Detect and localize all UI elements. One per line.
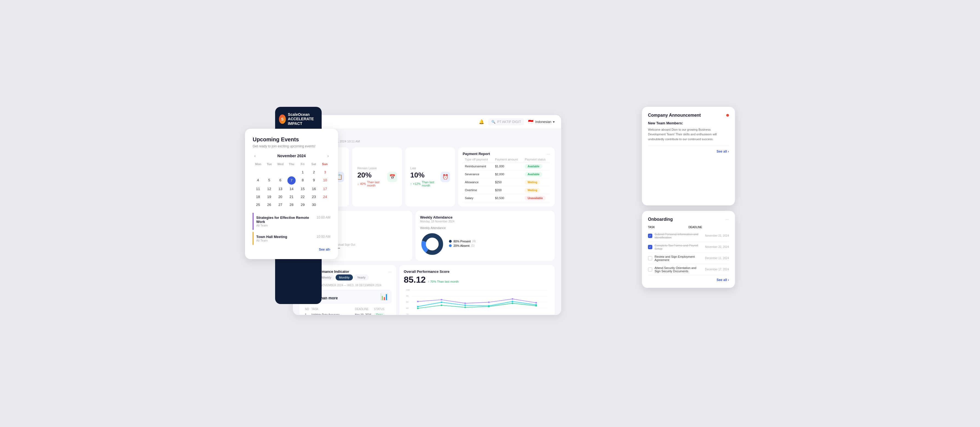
calendar-day-cell[interactable]: 24 — [320, 193, 331, 201]
calendar-day-cell[interactable]: 28 — [286, 201, 297, 209]
payment-table: Type off payment Payment amount Payment … — [463, 157, 550, 202]
event-1-title: Strategies for Effective Remote Work — [256, 215, 317, 224]
event-2-team: All Team — [256, 239, 287, 242]
events-see-all[interactable]: See all › — [253, 248, 331, 252]
payment-amount: $200 — [493, 186, 523, 194]
calendar-day-cell[interactable]: 18 — [253, 193, 263, 201]
calendar-day-cell[interactable]: 8 — [297, 176, 308, 185]
upcoming-events-card: Upcoming Events Get ready to join exciti… — [245, 129, 338, 259]
onboarding-header: Onboarding ··· — [648, 217, 729, 222]
calendar-empty-day — [253, 169, 263, 176]
calendar-day-cell[interactable]: 25 — [253, 201, 263, 209]
onboarding-see-all[interactable]: See all › — [648, 278, 729, 282]
calendar-day-cell[interactable]: 29 — [297, 201, 308, 209]
calendar-day-cell[interactable]: 17 — [320, 185, 331, 193]
svg-point-16 — [464, 304, 466, 306]
calendar-day-cell[interactable]: 20 — [275, 193, 286, 201]
col-type: Type off payment — [463, 157, 493, 163]
trend-up-icon: ↑ — [410, 182, 412, 185]
payment-report-card: Payment Report ··· Type off payment Paym… — [458, 147, 555, 207]
calendar-header: ‹ November 2024 › — [253, 153, 331, 159]
calendar-empty-day — [264, 169, 275, 176]
payment-amount: $2,000 — [493, 170, 523, 178]
calendar-day-cell[interactable]: 22 — [297, 193, 308, 201]
calendar-day-cell[interactable]: 13 — [275, 185, 286, 193]
upcoming-events-title: Upcoming Events — [253, 136, 331, 143]
task-deadline: November 21, 2024 — [705, 234, 729, 237]
language-selector[interactable]: 🇮🇩 Indonesian ▾ — [528, 119, 555, 124]
svg-point-25 — [535, 302, 537, 303]
calendar-day-cell[interactable]: 14 — [286, 185, 297, 193]
calendar-day-cell[interactable]: 6 — [275, 176, 286, 185]
task-checkbox[interactable] — [648, 256, 652, 260]
svg-point-29 — [488, 306, 490, 307]
calendar-day-cell[interactable]: 11 — [253, 185, 263, 193]
day-fri: Fri — [297, 161, 308, 167]
payment-status: Waiting — [523, 178, 550, 186]
kpi-more-btn[interactable]: ··· — [388, 269, 392, 274]
task-deadline: December 11, 2024 — [705, 257, 729, 260]
notification-dot — [726, 114, 729, 117]
calendar-today[interactable]: 7 — [288, 176, 296, 185]
payment-more-btn[interactable]: ··· — [547, 152, 550, 157]
performance-chart: 100 80 60 40 20 0 — [404, 288, 550, 315]
donut-legend: 80% Present (4) 20% Absent (1) — [449, 240, 476, 249]
calendar-day-cell[interactable]: 9 — [309, 176, 319, 185]
event-1-team: All Team — [256, 224, 317, 227]
task-checkbox[interactable]: ✓ — [648, 234, 652, 238]
payment-type: Overtime — [463, 186, 493, 194]
task-checkbox[interactable]: ✓ — [648, 245, 652, 249]
task-checkbox[interactable] — [648, 267, 652, 272]
calendar-day-cell[interactable]: 5 — [264, 176, 275, 185]
kpi-tab-monthly[interactable]: Monthly — [336, 274, 353, 280]
calendar-day-cell[interactable]: 15 — [297, 185, 308, 193]
calendar-day-cell[interactable]: 30 — [309, 201, 319, 209]
payment-type: Severance — [463, 170, 493, 178]
svg-point-20 — [417, 301, 418, 303]
kpi-task-row: 1. Validate Data Accuracy Nov 19, 2024 D… — [304, 312, 392, 315]
trend-value: +12% — [413, 182, 420, 185]
calendar-day-cell[interactable]: 1 — [297, 169, 308, 176]
trend-label: Than last month — [422, 180, 441, 187]
bell-icon[interactable]: 🔔 — [479, 119, 484, 124]
kpi-tab-yearly[interactable]: Yearly — [354, 274, 369, 280]
calendar-next-btn[interactable]: › — [326, 153, 331, 159]
calendar-day-cell[interactable]: 12 — [264, 185, 275, 193]
payment-status: Available — [523, 162, 550, 170]
calendar-day-cell[interactable]: 3 — [320, 169, 331, 176]
kpi-section: Key Performance Indicator ··· Daily Week… — [299, 265, 555, 315]
day-sat: Sat — [308, 161, 320, 167]
chevron-down-icon: ▾ — [553, 120, 555, 124]
weekly-title: Weekly Attendance — [420, 215, 454, 219]
event-1: Strategies for Effective Remote Work All… — [253, 213, 331, 230]
onboarding-more-btn[interactable]: ··· — [725, 217, 729, 222]
performance-title: Overall Performance Score — [404, 269, 550, 274]
calendar-day-cell[interactable]: 19 — [264, 193, 275, 201]
svg-point-22 — [464, 303, 466, 304]
calendar-day-cell[interactable]: 4 — [253, 176, 263, 185]
calendar-day-cell[interactable]: 21 — [286, 193, 297, 201]
weekly-subtitle: Weekly Attendance — [420, 226, 550, 229]
calendar-day-cell[interactable]: 16 — [309, 185, 319, 193]
calendar-day-cell[interactable]: 10 — [320, 176, 331, 185]
calendar-prev-btn[interactable]: ‹ — [253, 153, 257, 159]
perf-trend-text: 70% Than last month — [430, 280, 459, 283]
onboarding-tasks-list: ✓ Submit Personal Information and Identi… — [648, 230, 729, 275]
task-text: Submit Personal Information and Identifi… — [654, 233, 703, 239]
calendar-day-cell[interactable]: 26 — [264, 201, 275, 209]
topbar: ☰ 🔔 🔍 PT AKTIF DIGIT 🇮🇩 Indonesian ▾ — [293, 115, 561, 129]
payment-type: Allowance — [463, 178, 493, 186]
calendar-day-cell[interactable]: 23 — [309, 193, 319, 201]
onboarding-task-row: Review and Sign Employment Agreement Dec… — [648, 253, 729, 264]
absent-dot — [449, 244, 452, 247]
calendar-empty-day — [286, 169, 297, 176]
performance-score: 85.12 — [404, 275, 426, 285]
search-bar[interactable]: 🔍 PT AKTIF DIGIT — [488, 118, 524, 126]
calendar-day-cell[interactable]: 2 — [309, 169, 319, 176]
announcement-see-all[interactable]: See all › — [648, 150, 729, 153]
announcement-header: Company Announcement — [648, 113, 729, 118]
stat-label-leave: Remain Leave — [357, 167, 387, 170]
calendar-day-cell[interactable]: 27 — [275, 201, 286, 209]
trend-down-icon: ↓ — [357, 182, 359, 185]
donut-chart — [420, 232, 445, 257]
